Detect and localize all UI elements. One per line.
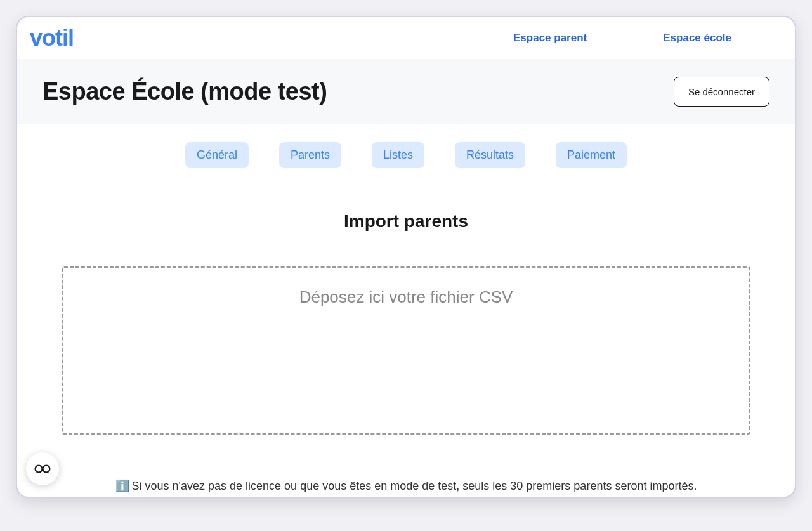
logout-button[interactable]: Se déconnecter: [674, 77, 769, 107]
help-widget-button[interactable]: [26, 452, 59, 485]
logo[interactable]: votil: [30, 25, 74, 51]
info-section: ℹ️ Si vous n'avez pas de licence ou que …: [17, 447, 795, 498]
info-text: ℹ️ Si vous n'avez pas de licence ou que …: [115, 479, 697, 493]
tab-results[interactable]: Résultats: [455, 142, 525, 168]
nav-link-parent[interactable]: Espace parent: [513, 32, 587, 44]
tab-lists[interactable]: Listes: [372, 142, 424, 168]
tab-general[interactable]: Général: [185, 142, 249, 168]
header-section: Espace École (mode test) Se déconnecter: [17, 59, 795, 124]
section-title: Import parents: [62, 211, 750, 232]
tab-payment[interactable]: Paiement: [556, 142, 627, 168]
info-icon: ℹ️: [115, 479, 129, 493]
dropzone-text: Déposez ici votre fichier CSV: [76, 287, 736, 307]
top-nav: votil Espace parent Espace école: [17, 17, 795, 59]
tab-parents[interactable]: Parents: [279, 142, 341, 168]
nav-link-school[interactable]: Espace école: [663, 32, 731, 44]
csv-dropzone[interactable]: Déposez ici votre fichier CSV: [62, 266, 750, 435]
content-section: Import parents Déposez ici votre fichier…: [17, 186, 795, 447]
nav-links: Espace parent Espace école: [513, 32, 731, 44]
svg-point-0: [36, 466, 43, 473]
link-icon: [34, 464, 51, 473]
info-message: Si vous n'avez pas de licence ou que vou…: [132, 480, 697, 493]
tabs-section: Général Parents Listes Résultats Paiemen…: [17, 124, 795, 186]
app-container: votil Espace parent Espace école Espace …: [16, 16, 796, 498]
page-title: Espace École (mode test): [43, 78, 327, 105]
svg-point-1: [43, 466, 50, 473]
